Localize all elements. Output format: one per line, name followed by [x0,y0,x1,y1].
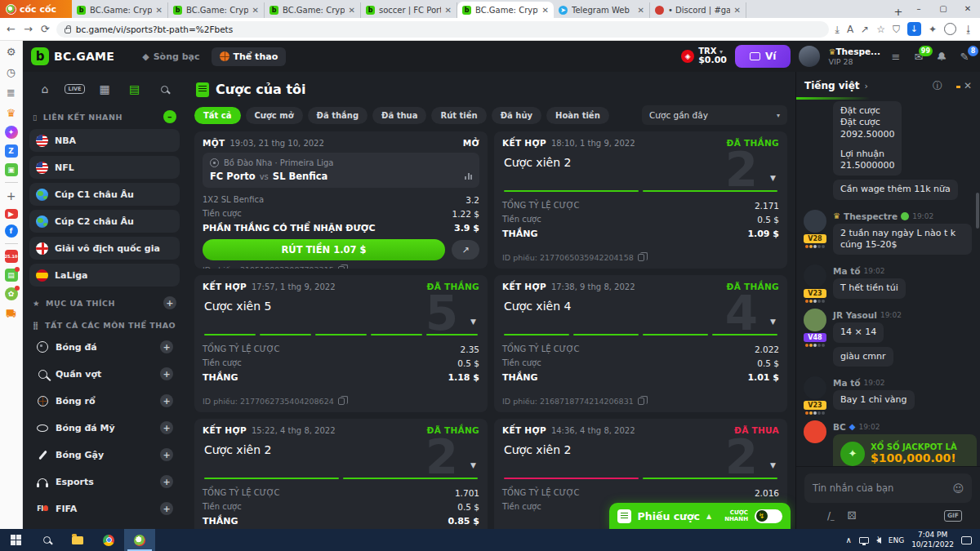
expand-sport-button[interactable]: + [160,475,173,488]
chat-compose-icon[interactable]: ✎8 [957,51,972,63]
bet-list-icon[interactable]: ≡ [889,51,903,63]
minimize-button[interactable]: – [906,0,931,18]
reload-button[interactable]: ⟳ [41,23,50,35]
back-button[interactable]: ← [7,23,16,35]
history-clock-icon[interactable]: ◷ [4,64,19,79]
slash-command-icon[interactable]: /​_ [827,510,835,522]
notification-center-icon[interactable] [961,536,972,544]
my-bets-icon[interactable]: ▤ [126,82,144,96]
sport-item[interactable]: Esports + [29,470,180,493]
emoji-smiley-icon[interactable]: ☺ [952,482,964,495]
expand-combo-icon[interactable]: ▼ [770,318,776,326]
home-icon[interactable]: ⌂ [36,82,54,96]
match-box[interactable]: Bồ Đào Nha · Primeira Liga FC Porto vs S… [203,153,479,188]
bell-icon[interactable]: 🔔︎ [934,51,949,63]
search-icon[interactable] [155,82,173,96]
currency-selector[interactable]: ◈ TRX ▾ $0.00 [681,47,727,66]
quick-link-item[interactable]: NBA [29,129,180,152]
calendar-icon[interactable]: ▦ [96,82,114,96]
chat-username[interactable]: Thespectre [844,211,898,221]
new-tab-button[interactable]: + [890,6,906,18]
expand-combo-icon[interactable]: ▼ [770,461,776,469]
chat-username[interactable]: Ma tố [833,266,860,276]
browser-tab[interactable]: b BC.Game: Crypto Casino ✕ [265,2,361,18]
tray-expand-icon[interactable]: ∧ [845,535,851,544]
cashout-button[interactable]: RÚT TIỀN 1.07 $ [203,239,445,260]
youtube-icon[interactable]: ▶ [5,209,18,219]
save-page-icon[interactable]: ⤓ [835,24,840,35]
betslip-button[interactable]: Phiếu cược ▲ CƯỢC NHANH ↯ [609,503,791,529]
filter-pill[interactable]: Đã thắng [308,107,368,124]
gif-picker-button[interactable]: GIF [944,510,962,522]
bc-bot-avatar[interactable] [804,420,826,443]
tab-close-icon[interactable]: ✕ [542,6,549,15]
user-avatar[interactable] [799,46,820,67]
sort-dropdown[interactable]: Cược gần đây▾ [642,105,787,125]
maximize-button[interactable]: ▢ [931,0,956,18]
expand-sport-button[interactable]: + [160,502,173,515]
chat-message-input[interactable]: Tin nhắn của bạn ☺ [804,473,972,503]
expand-sport-button[interactable]: + [160,340,173,353]
expand-sport-button[interactable]: + [160,367,173,380]
chat-close-icon[interactable]: ✕ [964,80,972,91]
filter-pill[interactable]: Cược mở [246,107,303,124]
chat-avatar[interactable] [804,376,826,399]
quick-link-item[interactable]: Cúp C2 châu Âu [29,210,180,233]
dice-icon[interactable]: ⚄ [848,509,857,522]
expand-combo-icon[interactable]: ▼ [470,318,476,326]
messenger-icon[interactable]: ✦ [5,126,18,139]
browser-tab[interactable]: ➤ Telegram Web ✕ [554,2,650,18]
filter-pill[interactable]: Đã hủy [492,107,541,124]
chat-username[interactable]: Ma tố [833,378,860,388]
crown-icon[interactable]: ♛ [4,105,19,120]
quick-link-item[interactable]: Cúp C1 châu Âu [29,183,180,206]
start-button[interactable] [0,529,31,551]
share-icon[interactable]: ↗ [861,24,869,35]
tab-close-icon[interactable]: ✕ [156,6,163,15]
quick-bet-toggle[interactable]: ↯ [755,509,782,523]
filter-pill[interactable]: Hoàn tiền [546,107,609,124]
chat-language-selector[interactable]: Tiếng việt [804,80,860,91]
expand-sport-button[interactable]: + [160,421,173,434]
bcgame-logo[interactable]: b BC.GAME [31,47,114,65]
download-active-icon[interactable]: ↓ [907,22,921,36]
add-plus-icon[interactable]: + [4,189,19,203]
gift-icon[interactable]: ▤ [5,269,18,282]
browser-tab[interactable]: b BC.Game: Crypto Casino ✕ [457,2,554,18]
games-controller-icon[interactable]: ▣ [5,163,18,176]
profile-icon[interactable] [944,23,956,35]
browser-tab[interactable]: b BC.Game: Crypto Casino ✕ [72,2,168,18]
expand-sport-button[interactable]: + [160,448,173,461]
sport-item[interactable]: Bóng đá + [29,335,180,358]
coccoc-brand-button[interactable]: cốc cốc [0,0,72,18]
forward-button[interactable]: → [24,23,33,35]
expand-combo-icon[interactable]: ▼ [470,461,476,469]
sport-item[interactable]: Bóng Gậy + [29,443,180,466]
copy-icon[interactable] [338,266,345,269]
chrome-button[interactable] [93,529,124,551]
browser-tab[interactable]: b soccer | FC Porto vs SL B ✕ [361,2,457,18]
translate-icon[interactable]: A [847,24,853,35]
collapse-quick-links-button[interactable]: – [163,110,176,123]
copy-icon[interactable] [338,398,345,405]
bookmark-star-icon[interactable]: ☆ [876,24,885,35]
copy-icon[interactable] [638,398,644,405]
quick-link-item[interactable]: LaLiga [29,264,180,287]
sale-2510-icon[interactable]: 25.10 [5,250,18,263]
tab-close-icon[interactable]: ✕ [252,6,259,15]
browser-tab[interactable]: b BC.Game: Crypto Casino ✕ [168,2,265,18]
facebook-icon[interactable]: f [5,224,18,238]
shield-icon[interactable]: ⛉ [893,24,900,35]
taskbar-clock[interactable]: 7:04 PM 10/21/2022 [911,531,954,549]
browser-tab[interactable]: • Discord | #games ✕ [650,2,746,18]
quick-link-item[interactable]: Giải vô địch quốc gia [29,237,180,260]
filter-pill[interactable]: Đã thua [372,107,426,124]
tab-close-icon[interactable]: ✕ [445,6,452,15]
downloads-tray-icon[interactable]: ⭳ [964,24,973,35]
chat-avatar[interactable] [804,264,826,287]
stats-icon[interactable] [465,173,472,180]
taskbar-search-button[interactable] [31,529,62,551]
copy-icon[interactable] [638,254,644,261]
sport-item[interactable]: Quần vợt + [29,362,180,385]
filter-pill[interactable]: Rút tiền [431,107,486,124]
